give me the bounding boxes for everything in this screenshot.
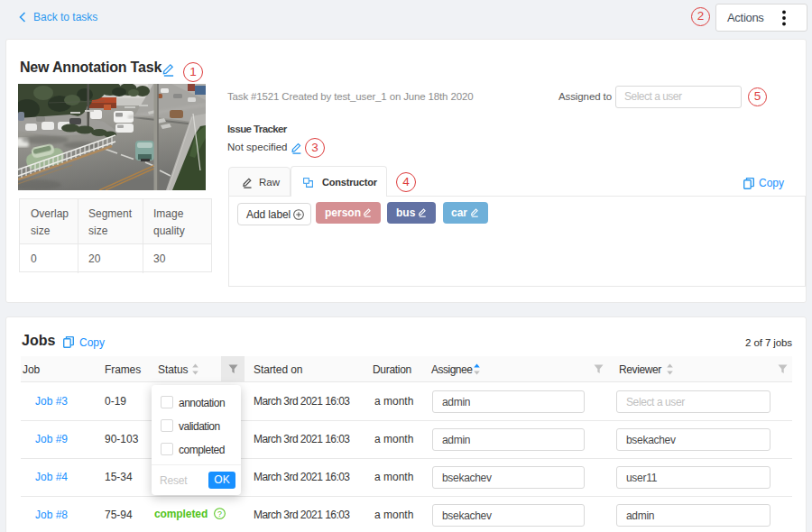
svg-text:?: ? [217, 509, 222, 518]
